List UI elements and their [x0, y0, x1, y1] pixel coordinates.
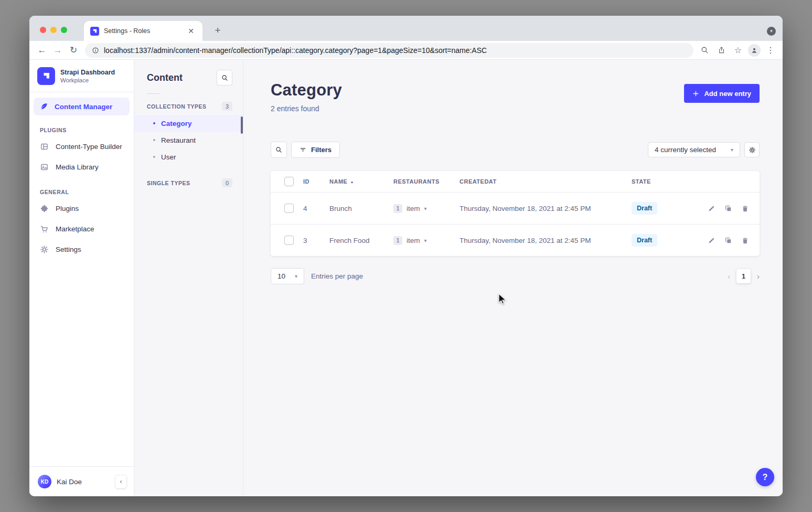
collection-types-count: 3: [222, 102, 232, 111]
subnav-item-label: User: [161, 153, 176, 161]
site-info-icon[interactable]: [92, 47, 99, 54]
cell-restaurants[interactable]: 1 item ▾: [393, 236, 460, 245]
relation-label: item: [407, 237, 420, 244]
subnav-item-user[interactable]: User: [134, 148, 243, 165]
add-new-entry-label: Add new entry: [704, 90, 751, 98]
page-size-value: 10: [277, 272, 285, 280]
subnav-item-restaurant[interactable]: Restaurant: [134, 132, 243, 148]
sidebar-item-label: Content-Type Builder: [56, 143, 122, 151]
sidebar-item-label: Marketplace: [56, 225, 94, 233]
collapse-sidebar-button[interactable]: ‹: [115, 475, 127, 489]
cell-name: French Food: [329, 237, 393, 244]
entries-table: ID NAME ▲ RESTAURANTS CREATEDAT STATE 4: [271, 171, 760, 256]
column-header-name[interactable]: NAME ▲: [329, 178, 393, 185]
pen-icon: [40, 102, 48, 111]
new-tab-button[interactable]: +: [211, 24, 225, 37]
sidebar-item-content-type-builder[interactable]: Content-Type Builder: [29, 136, 134, 157]
sidebar-item-settings[interactable]: Settings: [29, 239, 134, 260]
tab-close-icon[interactable]: ✕: [186, 26, 196, 36]
sidebar-item-media-library[interactable]: Media Library: [29, 157, 134, 177]
delete-button[interactable]: [741, 205, 749, 212]
sidebar-item-label: Plugins: [56, 205, 79, 212]
table-row[interactable]: 3 French Food 1 item ▾ Thursday, Novembe…: [271, 224, 760, 256]
table-row[interactable]: 4 Brunch 1 item ▾ Thursday, November 18,…: [271, 192, 760, 224]
column-header-restaurants[interactable]: RESTAURANTS: [393, 178, 460, 185]
address-bar[interactable]: localhost:1337/admin/content-manager/col…: [85, 43, 693, 58]
row-checkbox[interactable]: [284, 236, 294, 245]
cell-restaurants[interactable]: 1 item ▾: [393, 204, 460, 213]
page-size-select[interactable]: 10 ▾: [271, 268, 304, 284]
table-settings-button[interactable]: [744, 142, 760, 157]
reload-icon[interactable]: ↻: [66, 43, 81, 58]
browser-profile-avatar[interactable]: [748, 44, 761, 57]
sidebar-item-label: Media Library: [56, 163, 99, 171]
browser-toolbar: ← → ↻ localhost:1337/admin/content-manag…: [29, 41, 783, 60]
toolbar-actions: ☆ ⋮: [698, 44, 777, 57]
entries-count: 2 entries found: [271, 104, 342, 113]
chevron-down-icon: ▾: [424, 238, 427, 243]
select-all-checkbox[interactable]: [284, 177, 294, 186]
forward-icon[interactable]: →: [50, 43, 65, 58]
user-name: Kai Doe: [57, 478, 82, 486]
next-page-icon[interactable]: ›: [757, 272, 760, 281]
puzzle-icon: [40, 204, 49, 213]
relation-label: item: [407, 205, 420, 212]
table-search-button[interactable]: [271, 142, 287, 158]
column-header-createdat[interactable]: CREATEDAT: [460, 178, 632, 185]
row-checkbox[interactable]: [284, 204, 294, 213]
filter-icon: [300, 146, 306, 153]
subnav-divider: [147, 93, 159, 94]
minimize-window-button[interactable]: [50, 27, 57, 33]
zoom-page-icon[interactable]: [698, 44, 711, 57]
sidebar-item-content-manager[interactable]: Content Manager: [34, 98, 130, 115]
zoom-window-button[interactable]: [61, 27, 67, 33]
sidebar-section-general: GENERAL: [29, 189, 134, 195]
entries-per-page-label: Entries per page: [311, 272, 363, 280]
filters-button[interactable]: Filters: [291, 142, 340, 158]
subnav-search-button[interactable]: [217, 70, 232, 86]
close-window-button[interactable]: [40, 27, 46, 33]
sidebar-item-plugins[interactable]: Plugins: [29, 198, 134, 219]
sidebar-item-marketplace[interactable]: Marketplace: [29, 219, 134, 239]
back-icon[interactable]: ←: [35, 43, 49, 58]
gear-icon: [40, 245, 49, 254]
tab-search-button[interactable]: ▼: [767, 27, 776, 36]
help-button[interactable]: ?: [756, 468, 774, 486]
page-title: Category: [271, 81, 342, 100]
share-icon[interactable]: [714, 44, 728, 57]
user-avatar[interactable]: KD: [38, 475, 51, 488]
previous-page-icon[interactable]: ‹: [728, 272, 730, 281]
subnav-item-category[interactable]: Category: [134, 115, 243, 132]
edit-button[interactable]: [708, 205, 715, 212]
column-header-id[interactable]: ID: [303, 178, 329, 185]
sidebar-user: KD Kai Doe ‹: [29, 466, 134, 496]
edit-button[interactable]: [708, 237, 715, 244]
browser-menu-icon[interactable]: ⋮: [764, 44, 777, 57]
desktop: Settings - Roles ✕ + ▼ ← → ↻ localhost:1…: [0, 0, 812, 512]
add-new-entry-button[interactable]: Add new entry: [684, 84, 760, 103]
bookmark-star-icon[interactable]: ☆: [731, 44, 745, 57]
column-header-state[interactable]: STATE: [632, 178, 690, 185]
workspace-brand[interactable]: Strapi Dashboard Workplace: [29, 60, 134, 92]
bullet-icon: [153, 122, 155, 124]
plus-icon: [692, 90, 699, 97]
main-sidebar: Strapi Dashboard Workplace Content Manag…: [29, 60, 134, 496]
duplicate-button[interactable]: [724, 237, 732, 244]
chevron-down-icon: ▾: [295, 273, 297, 279]
strapi-app: Strapi Dashboard Workplace Content Manag…: [29, 60, 783, 496]
browser-tab[interactable]: Settings - Roles ✕: [84, 21, 202, 41]
columns-select[interactable]: 4 currently selected ▾: [648, 142, 740, 157]
sidebar-divider: [29, 92, 134, 92]
content-subnav: Content COLLECTION TYPES 3 Category: [134, 60, 243, 496]
sidebar-item-label: Settings: [56, 246, 81, 253]
browser-window: Settings - Roles ✕ + ▼ ← → ↻ localhost:1…: [29, 16, 783, 496]
tab-title: Settings - Roles: [104, 27, 181, 35]
table-header-row: ID NAME ▲ RESTAURANTS CREATEDAT STATE: [271, 171, 760, 192]
duplicate-button[interactable]: [724, 205, 732, 212]
brand-subtitle: Workplace: [60, 77, 115, 83]
delete-button[interactable]: [741, 237, 749, 244]
subnav-scrollbar[interactable]: [241, 116, 243, 134]
layout-grid-icon: [40, 142, 49, 151]
sidebar-section-plugins: PLUGINS: [29, 127, 134, 133]
page-number-button[interactable]: 1: [736, 269, 751, 283]
